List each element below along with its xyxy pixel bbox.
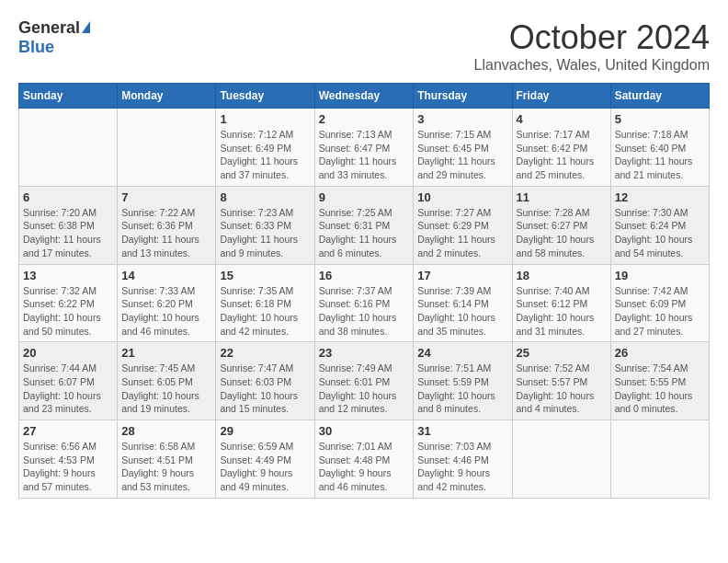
logo-triangle-icon — [82, 21, 90, 33]
day-info: Sunrise: 7:28 AM Sunset: 6:27 PM Dayligh… — [517, 206, 607, 260]
day-info: Sunrise: 7:52 AM Sunset: 5:57 PM Dayligh… — [517, 362, 607, 416]
day-info: Sunrise: 7:49 AM Sunset: 6:01 PM Dayligh… — [319, 362, 410, 416]
calendar-cell: 7Sunrise: 7:22 AM Sunset: 6:36 PM Daylig… — [118, 186, 216, 264]
day-info: Sunrise: 7:32 AM Sunset: 6:22 PM Dayligh… — [23, 284, 113, 339]
day-info: Sunrise: 7:15 AM Sunset: 6:45 PM Dayligh… — [417, 128, 507, 182]
day-info: Sunrise: 7:40 AM Sunset: 6:12 PM Dayligh… — [517, 284, 607, 339]
day-number: 17 — [417, 269, 507, 282]
calendar-cell: 10Sunrise: 7:27 AM Sunset: 6:29 PM Dayli… — [414, 186, 512, 264]
day-info: Sunrise: 7:01 AM Sunset: 4:48 PM Dayligh… — [319, 440, 410, 494]
day-info: Sunrise: 6:58 AM Sunset: 4:51 PM Dayligh… — [121, 440, 211, 494]
calendar-cell: 24Sunrise: 7:51 AM Sunset: 5:59 PM Dayli… — [414, 342, 512, 420]
day-number: 4 — [517, 112, 607, 126]
month-title: October 2024 — [474, 18, 710, 57]
day-number: 8 — [220, 190, 310, 204]
calendar-cell: 30Sunrise: 7:01 AM Sunset: 4:48 PM Dayli… — [314, 420, 414, 499]
day-number: 13 — [23, 269, 113, 282]
calendar-cell: 22Sunrise: 7:47 AM Sunset: 6:03 PM Dayli… — [216, 342, 314, 420]
day-info: Sunrise: 7:17 AM Sunset: 6:42 PM Dayligh… — [517, 128, 607, 182]
calendar-cell: 13Sunrise: 7:32 AM Sunset: 6:22 PM Dayli… — [19, 264, 118, 342]
day-number: 6 — [23, 190, 113, 204]
calendar-cell: 27Sunrise: 6:56 AM Sunset: 4:53 PM Dayli… — [19, 420, 118, 499]
day-number: 7 — [121, 190, 211, 204]
calendar-day-header: Wednesday — [314, 84, 414, 109]
calendar-cell: 21Sunrise: 7:45 AM Sunset: 6:05 PM Dayli… — [118, 342, 216, 420]
calendar-cell — [512, 420, 610, 499]
calendar-cell: 9Sunrise: 7:25 AM Sunset: 6:31 PM Daylig… — [314, 186, 414, 264]
calendar-day-header: Tuesday — [216, 84, 314, 109]
day-info: Sunrise: 7:20 AM Sunset: 6:38 PM Dayligh… — [23, 206, 113, 260]
calendar-week-row: 20Sunrise: 7:44 AM Sunset: 6:07 PM Dayli… — [19, 342, 710, 420]
calendar-header-row: SundayMondayTuesdayWednesdayThursdayFrid… — [19, 84, 710, 109]
day-info: Sunrise: 7:47 AM Sunset: 6:03 PM Dayligh… — [220, 362, 310, 416]
calendar-cell: 23Sunrise: 7:49 AM Sunset: 6:01 PM Dayli… — [314, 342, 414, 420]
day-info: Sunrise: 6:59 AM Sunset: 4:49 PM Dayligh… — [220, 440, 310, 494]
day-number: 10 — [417, 190, 507, 204]
day-number: 9 — [319, 190, 410, 204]
day-number: 15 — [220, 269, 310, 282]
calendar-cell: 29Sunrise: 6:59 AM Sunset: 4:49 PM Dayli… — [216, 420, 314, 499]
day-info: Sunrise: 7:23 AM Sunset: 6:33 PM Dayligh… — [220, 206, 310, 260]
calendar-cell: 5Sunrise: 7:18 AM Sunset: 6:40 PM Daylig… — [610, 109, 709, 187]
calendar-cell: 18Sunrise: 7:40 AM Sunset: 6:12 PM Dayli… — [512, 264, 610, 342]
day-info: Sunrise: 7:22 AM Sunset: 6:36 PM Dayligh… — [121, 206, 211, 260]
day-number: 12 — [615, 190, 705, 204]
calendar-cell: 2Sunrise: 7:13 AM Sunset: 6:47 PM Daylig… — [314, 109, 414, 187]
day-info: Sunrise: 7:54 AM Sunset: 5:55 PM Dayligh… — [615, 362, 705, 416]
day-info: Sunrise: 7:12 AM Sunset: 6:49 PM Dayligh… — [220, 128, 310, 182]
day-info: Sunrise: 7:27 AM Sunset: 6:29 PM Dayligh… — [417, 206, 507, 260]
calendar-cell: 3Sunrise: 7:15 AM Sunset: 6:45 PM Daylig… — [414, 109, 512, 187]
day-info: Sunrise: 6:56 AM Sunset: 4:53 PM Dayligh… — [23, 440, 113, 494]
calendar-cell: 1Sunrise: 7:12 AM Sunset: 6:49 PM Daylig… — [216, 109, 314, 187]
day-number: 31 — [417, 424, 507, 438]
calendar-day-header: Thursday — [414, 84, 512, 109]
day-number: 18 — [517, 269, 607, 282]
calendar-day-header: Monday — [118, 84, 216, 109]
day-number: 30 — [319, 424, 410, 438]
day-info: Sunrise: 7:33 AM Sunset: 6:20 PM Dayligh… — [121, 284, 211, 339]
day-info: Sunrise: 7:35 AM Sunset: 6:18 PM Dayligh… — [220, 284, 310, 339]
calendar-week-row: 1Sunrise: 7:12 AM Sunset: 6:49 PM Daylig… — [19, 109, 710, 187]
calendar-cell: 25Sunrise: 7:52 AM Sunset: 5:57 PM Dayli… — [512, 342, 610, 420]
day-number: 29 — [220, 424, 310, 438]
calendar-week-row: 13Sunrise: 7:32 AM Sunset: 6:22 PM Dayli… — [19, 264, 710, 342]
day-number: 21 — [121, 346, 211, 360]
day-info: Sunrise: 7:39 AM Sunset: 6:14 PM Dayligh… — [417, 284, 507, 339]
calendar-week-row: 27Sunrise: 6:56 AM Sunset: 4:53 PM Dayli… — [19, 420, 710, 499]
calendar-cell: 31Sunrise: 7:03 AM Sunset: 4:46 PM Dayli… — [414, 420, 512, 499]
day-info: Sunrise: 7:30 AM Sunset: 6:24 PM Dayligh… — [615, 206, 705, 260]
day-info: Sunrise: 7:18 AM Sunset: 6:40 PM Dayligh… — [615, 128, 705, 182]
day-number: 23 — [319, 346, 410, 360]
calendar-cell: 6Sunrise: 7:20 AM Sunset: 6:38 PM Daylig… — [19, 186, 118, 264]
calendar-cell: 28Sunrise: 6:58 AM Sunset: 4:51 PM Dayli… — [118, 420, 216, 499]
day-number: 5 — [615, 112, 705, 126]
day-info: Sunrise: 7:03 AM Sunset: 4:46 PM Dayligh… — [417, 440, 507, 494]
day-number: 16 — [319, 269, 410, 282]
day-info: Sunrise: 7:37 AM Sunset: 6:16 PM Dayligh… — [319, 284, 410, 339]
calendar-cell — [118, 109, 216, 187]
day-number: 19 — [615, 269, 705, 282]
calendar-cell: 17Sunrise: 7:39 AM Sunset: 6:14 PM Dayli… — [414, 264, 512, 342]
calendar-cell: 14Sunrise: 7:33 AM Sunset: 6:20 PM Dayli… — [118, 264, 216, 342]
calendar-cell: 20Sunrise: 7:44 AM Sunset: 6:07 PM Dayli… — [19, 342, 118, 420]
calendar-cell: 19Sunrise: 7:42 AM Sunset: 6:09 PM Dayli… — [610, 264, 709, 342]
calendar-table: SundayMondayTuesdayWednesdayThursdayFrid… — [18, 83, 710, 499]
calendar-day-header: Friday — [512, 84, 610, 109]
calendar-day-header: Sunday — [19, 84, 118, 109]
day-number: 11 — [517, 190, 607, 204]
calendar-cell — [19, 109, 118, 187]
day-info: Sunrise: 7:42 AM Sunset: 6:09 PM Dayligh… — [615, 284, 705, 339]
day-number: 3 — [417, 112, 507, 126]
calendar-cell: 16Sunrise: 7:37 AM Sunset: 6:16 PM Dayli… — [314, 264, 414, 342]
day-number: 20 — [23, 346, 113, 360]
day-number: 25 — [517, 346, 607, 360]
calendar-cell: 26Sunrise: 7:54 AM Sunset: 5:55 PM Dayli… — [610, 342, 709, 420]
header: General Blue October 2024 Llanvaches, Wa… — [18, 18, 710, 74]
location-title: Llanvaches, Wales, United Kingdom — [474, 57, 710, 74]
title-area: October 2024 Llanvaches, Wales, United K… — [474, 18, 710, 74]
logo-general: General — [18, 18, 80, 38]
calendar-cell: 15Sunrise: 7:35 AM Sunset: 6:18 PM Dayli… — [216, 264, 314, 342]
day-number: 26 — [615, 346, 705, 360]
day-info: Sunrise: 7:51 AM Sunset: 5:59 PM Dayligh… — [417, 362, 507, 416]
calendar-week-row: 6Sunrise: 7:20 AM Sunset: 6:38 PM Daylig… — [19, 186, 710, 264]
